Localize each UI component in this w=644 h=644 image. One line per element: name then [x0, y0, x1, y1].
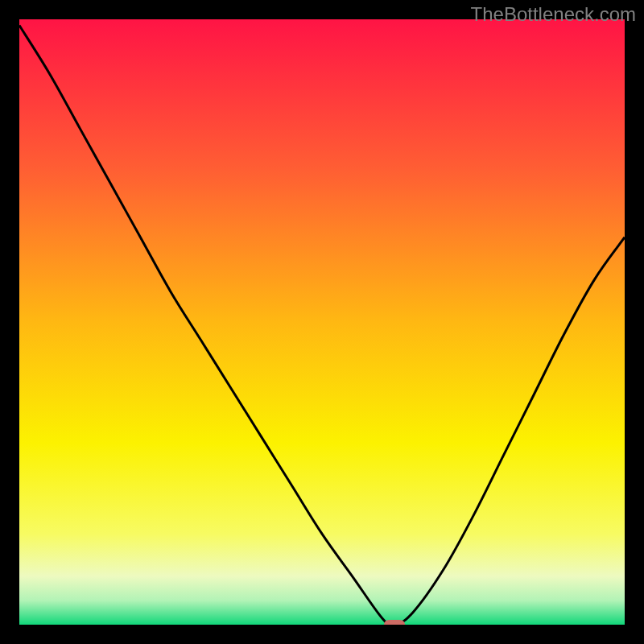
plot-area: [19, 19, 625, 625]
chart-frame: TheBottleneck.com: [0, 0, 644, 644]
bottleneck-curve: [19, 19, 625, 625]
watermark-text: TheBottleneck.com: [471, 3, 636, 26]
optimal-point-marker: [384, 620, 405, 625]
